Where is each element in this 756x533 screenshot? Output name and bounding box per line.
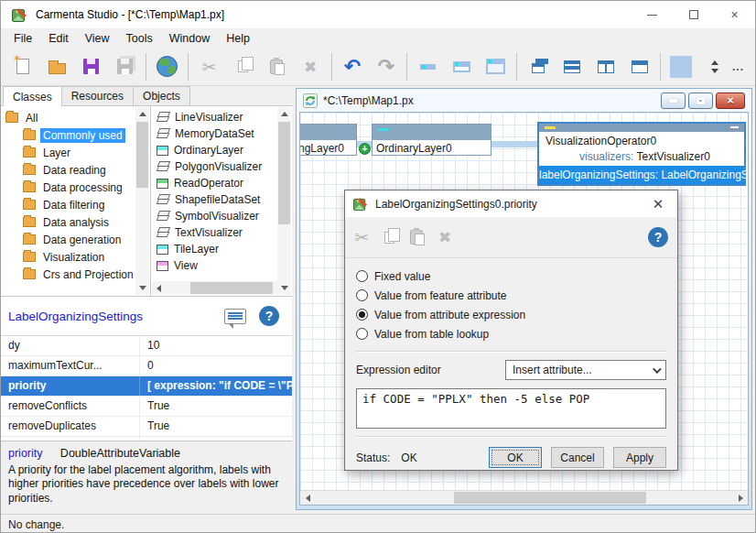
- scroll-down-icon[interactable]: [277, 281, 291, 295]
- menu-item-view[interactable]: View: [77, 30, 118, 47]
- class-item-tilelayer[interactable]: TileLayer: [151, 241, 292, 257]
- radio-value-from-feature-attribute[interactable]: Value from feature attribute: [356, 286, 666, 305]
- box-property-row[interactable]: visualizers: TextVisualizer0: [539, 150, 744, 166]
- cancel-button[interactable]: Cancel: [551, 447, 604, 468]
- copy-icon[interactable]: [384, 232, 394, 244]
- maximize-button[interactable]: [673, 1, 714, 28]
- tile-horizontal-button[interactable]: [555, 51, 589, 82]
- tree-item-data-filtering[interactable]: Data filtering: [1, 196, 150, 213]
- scrollbar-thumb[interactable]: [136, 122, 148, 188]
- radio-value-from-table-lookup[interactable]: Value from table lookup: [356, 324, 666, 343]
- ok-button[interactable]: OK: [489, 447, 542, 468]
- document-close-button[interactable]: ×: [716, 92, 745, 109]
- property-row-removeDuplicates[interactable]: removeDuplicatesTrue: [1, 417, 292, 437]
- radio-fixed-value[interactable]: Fixed value: [356, 266, 666, 286]
- save-all-button[interactable]: [108, 51, 142, 82]
- tree-item-data-processing[interactable]: Data processing: [1, 179, 150, 196]
- document-minimize-button[interactable]: [661, 92, 686, 109]
- document-title-bar[interactable]: *C:\Temp\Map1.px ×: [299, 89, 749, 112]
- property-row-removeNonFitting[interactable]: removeNonFittingFalse: [1, 437, 292, 441]
- cascade-windows-button[interactable]: [521, 51, 555, 82]
- tree-item-layer[interactable]: Layer: [1, 144, 150, 161]
- globe-button[interactable]: [150, 51, 184, 82]
- property-row-priority[interactable]: priority[ expression: "if CODE = \"PPL..…: [1, 376, 292, 397]
- menu-item-file[interactable]: File: [5, 30, 40, 47]
- scrollbar-thumb[interactable]: [190, 282, 273, 294]
- tree-item-data-reading[interactable]: Data reading: [1, 161, 150, 179]
- tree-vertical-scrollbar[interactable]: [135, 107, 149, 295]
- close-button[interactable]: ×: [714, 1, 755, 28]
- save-button[interactable]: [74, 51, 108, 82]
- class-item-memorydataset[interactable]: MemoryDataSet: [151, 125, 292, 142]
- class-list-vertical-scrollbar[interactable]: [277, 107, 291, 295]
- cut-button[interactable]: ✂: [192, 51, 226, 82]
- canvas-horizontal-scrollbar[interactable]: [300, 490, 748, 505]
- class-item-polygonvisualizer[interactable]: PolygonVisualizer: [151, 158, 292, 175]
- delete-button[interactable]: ✖: [294, 51, 328, 82]
- class-item-symbolvisualizer[interactable]: SymbolVisualizer: [151, 208, 292, 224]
- scroll-left-icon[interactable]: [152, 281, 166, 295]
- property-row-maximumTextCur[interactable]: maximumTextCur...0: [1, 356, 292, 376]
- cut-icon[interactable]: ✂: [354, 227, 369, 247]
- tree-item-data-analysis[interactable]: Data analysis: [1, 213, 150, 231]
- dialog-title-bar[interactable]: LabelOrganizingSettings0.priority ✕: [345, 190, 677, 217]
- menu-item-window[interactable]: Window: [161, 30, 218, 47]
- tree-item-crs-and-projection[interactable]: Crs and Projection: [1, 266, 150, 283]
- tree-root-all[interactable]: All: [1, 109, 150, 126]
- scroll-up-icon[interactable]: [277, 107, 291, 121]
- toolbar-overflow-button[interactable]: ...: [732, 60, 750, 73]
- help-icon[interactable]: ?: [648, 227, 668, 247]
- tree-item-visualization[interactable]: Visualization: [1, 248, 150, 266]
- undo-button[interactable]: ↶: [335, 51, 369, 82]
- document-restore-button[interactable]: [688, 92, 713, 109]
- diagram-box-visualization-operator[interactable]: VisualizationOperator0 visualizers: Text…: [537, 122, 746, 186]
- property-row-dy[interactable]: dy10: [1, 336, 292, 356]
- scroll-down-icon[interactable]: [135, 281, 149, 295]
- box-full-view-button[interactable]: [479, 51, 513, 82]
- comment-icon[interactable]: [224, 309, 246, 324]
- tree-item-commonly-used[interactable]: Commonly used: [1, 126, 150, 144]
- single-window-button[interactable]: [622, 51, 656, 82]
- add-connection-icon[interactable]: +: [359, 143, 371, 155]
- new-file-button[interactable]: [6, 51, 40, 82]
- box-collapsed-view-button[interactable]: [411, 51, 445, 82]
- collapse-box-icon[interactable]: [730, 126, 739, 128]
- tile-vertical-button[interactable]: [589, 51, 622, 82]
- minimize-button[interactable]: [632, 1, 673, 28]
- scroll-left-icon[interactable]: [300, 491, 315, 505]
- redo-button[interactable]: ↷: [369, 51, 403, 82]
- menu-item-edit[interactable]: Edit: [40, 30, 77, 47]
- scrollbar-thumb[interactable]: [278, 122, 290, 224]
- apply-button[interactable]: Apply: [613, 447, 666, 468]
- property-row-removeConflicts[interactable]: removeConflictsTrue: [1, 397, 292, 417]
- class-item-linevisualizer[interactable]: LineVisualizer: [151, 109, 292, 125]
- paste-icon[interactable]: [410, 230, 423, 245]
- diagram-box-clipped-layer[interactable]: ngLayer0: [300, 124, 357, 156]
- dialog-close-button[interactable]: ✕: [639, 190, 677, 217]
- class-item-view[interactable]: View: [151, 257, 292, 274]
- menu-item-help[interactable]: Help: [218, 30, 258, 47]
- copy-button[interactable]: [226, 51, 260, 82]
- delete-icon[interactable]: ✖: [438, 228, 451, 246]
- box-compact-view-button[interactable]: [445, 51, 479, 82]
- class-list-horizontal-scrollbar[interactable]: [152, 281, 277, 295]
- scroll-up-icon[interactable]: [135, 107, 149, 121]
- expression-input[interactable]: if CODE = "PPLX" then -5 else POP: [356, 388, 666, 429]
- class-item-textvisualizer[interactable]: TextVisualizer: [151, 224, 292, 241]
- scroll-right-icon[interactable]: [733, 491, 748, 505]
- diagram-box-ordinary-layer[interactable]: OrdinaryLayer0: [372, 124, 491, 156]
- class-item-shapefiledataset[interactable]: ShapefileDataSet: [151, 191, 292, 208]
- class-item-readoperator[interactable]: ReadOperator: [151, 175, 292, 191]
- radio-value-from-attribute-expression[interactable]: Value from attribute expression: [356, 305, 666, 324]
- tab-objects[interactable]: Objects: [133, 86, 190, 105]
- paste-button[interactable]: [260, 51, 294, 82]
- open-file-button[interactable]: [40, 51, 74, 82]
- insert-attribute-dropdown[interactable]: Insert attribute...: [505, 360, 666, 380]
- tab-classes[interactable]: Classes: [3, 86, 62, 106]
- help-icon[interactable]: ?: [259, 306, 279, 326]
- scrollbar-thumb[interactable]: [454, 492, 646, 504]
- tree-item-data-generation[interactable]: Data generation: [1, 231, 150, 248]
- menu-item-tools[interactable]: Tools: [118, 30, 161, 47]
- class-item-ordinarylayer[interactable]: OrdinaryLayer: [151, 142, 292, 158]
- tab-resources[interactable]: Resources: [61, 86, 134, 105]
